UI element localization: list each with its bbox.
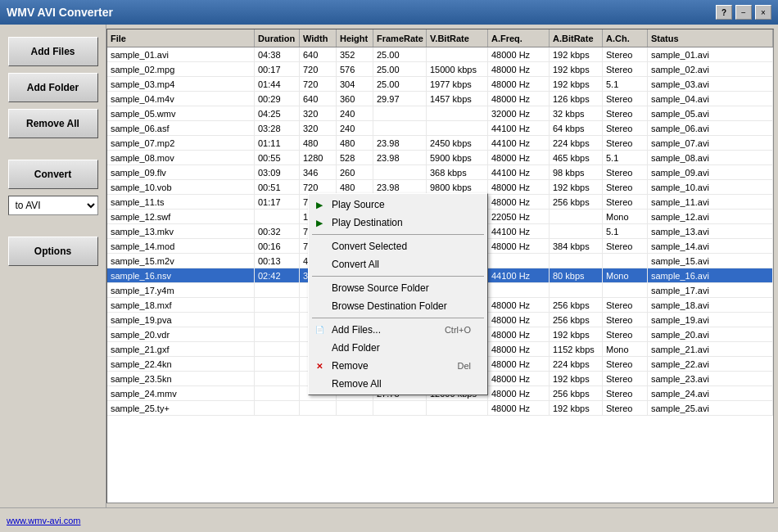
remove-all-button[interactable]: Remove All (8, 109, 98, 138)
website-link[interactable]: www.wmv-avi.com (7, 516, 80, 525)
menu-item-convert-all[interactable]: Convert All (309, 255, 487, 273)
menu-item-convert-selected[interactable]: Convert Selected (309, 237, 487, 255)
menu-item-play-destination[interactable]: ▶ Play Destination (309, 214, 487, 232)
file-list-container: File Duration Width Height FrameRate V.B… (106, 29, 774, 503)
table-row[interactable]: sample_07.mp201:1148048023.982450 kbps44… (107, 136, 773, 151)
cell-duration: 00:32 (255, 224, 300, 238)
cell-ach: 5.1 (603, 151, 648, 165)
cell-duration (255, 327, 300, 341)
cell-afreq: 44100 Hz (488, 224, 550, 238)
cell-ach: Stereo (603, 372, 648, 385)
cell-framerate: 29.97 (373, 92, 427, 106)
table-row[interactable]: sample_05.wmv04:2532024032000 Hz32 kbpsS… (107, 106, 773, 121)
cell-width: 720 (300, 180, 337, 194)
convert-button[interactable]: Convert (8, 160, 98, 189)
cell-ach: Stereo (603, 106, 648, 120)
col-header-vbitrate: V.BitRate (427, 29, 488, 47)
table-row[interactable]: sample_04.m4v00:2964036029.971457 kbps48… (107, 92, 773, 106)
table-header: File Duration Width Height FrameRate V.B… (107, 29, 773, 47)
menu-item-add-folder[interactable]: Add Folder (309, 339, 487, 357)
cell-file: sample_18.mxf (107, 298, 255, 312)
cell-framerate (373, 121, 427, 135)
cell-file: sample_03.mp4 (107, 77, 255, 91)
cell-ach: Stereo (603, 180, 648, 194)
add-folder-button[interactable]: Add Folder (8, 73, 98, 102)
cell-afreq: 48000 Hz (488, 313, 550, 327)
cell-afreq: 48000 Hz (488, 180, 550, 194)
cell-file: sample_14.mod (107, 239, 255, 253)
cell-width: 1280 (300, 151, 337, 165)
cell-ach: Mono (603, 342, 648, 356)
cell-file: sample_21.gxf (107, 342, 255, 356)
cell-duration: 02:42 (255, 268, 300, 282)
close-button[interactable]: × (755, 5, 771, 20)
menu-item-remove-label: Remove (332, 360, 369, 372)
cell-file: sample_01.avi (107, 47, 255, 61)
cell-afreq: 44100 Hz (488, 165, 550, 179)
cell-afreq: 48000 Hz (488, 195, 550, 209)
cell-duration: 01:11 (255, 136, 300, 150)
cell-framerate (373, 165, 427, 179)
cell-abitrate: 98 kbps (550, 165, 603, 179)
app-title: WMV AVI Converter (7, 6, 716, 19)
cell-afreq: 48000 Hz (488, 62, 550, 76)
cell-framerate: 23.98 (373, 180, 427, 194)
cell-duration: 00:17 (255, 62, 300, 76)
cell-afreq: 22050 Hz (488, 210, 550, 223)
help-button[interactable]: ? (716, 5, 732, 20)
cell-duration: 01:44 (255, 77, 300, 91)
cell-file: sample_25.ty+ (107, 401, 255, 415)
cell-file: sample_10.vob (107, 180, 255, 194)
cell-status: sample_23.avi (648, 372, 773, 385)
cell-file: sample_24.mmv (107, 386, 255, 400)
table-row[interactable]: sample_06.asf03:2832024044100 Hz64 kbpsS… (107, 121, 773, 136)
add-files-button[interactable]: Add Files (8, 37, 98, 66)
remove-icon: ✕ (314, 360, 325, 372)
menu-item-add-folder-label: Add Folder (332, 342, 380, 354)
options-button[interactable]: Options (8, 237, 98, 266)
cell-duration: 04:25 (255, 106, 300, 120)
cell-file: sample_20.vdr (107, 327, 255, 341)
table-row[interactable]: sample_02.mpg00:1772057625.0015000 kbps4… (107, 62, 773, 77)
cell-height: 260 (337, 165, 373, 179)
menu-item-add-files[interactable]: 📄 Add Files... Ctrl+O (309, 321, 487, 339)
table-row[interactable]: sample_03.mp401:4472030425.001977 kbps48… (107, 77, 773, 92)
table-row[interactable]: sample_25.ty+48000 Hz192 kbpsStereosampl… (107, 401, 773, 416)
menu-item-remove[interactable]: ✕ Remove Del (309, 357, 487, 375)
cell-width: 320 (300, 121, 337, 135)
cell-height: 240 (337, 106, 373, 120)
cell-duration (255, 298, 300, 312)
cell-file: sample_06.asf (107, 121, 255, 135)
menu-item-play-source[interactable]: ▶ Play Source (309, 196, 487, 214)
table-row[interactable]: sample_01.avi04:3864035225.0048000 Hz192… (107, 47, 773, 62)
cell-file: sample_07.mp2 (107, 136, 255, 150)
cell-file: sample_11.ts (107, 195, 255, 209)
cell-vbitrate: 1457 kbps (427, 92, 488, 106)
cell-status: sample_01.avi (648, 47, 773, 61)
menu-item-add-files-label: Add Files... (332, 324, 381, 336)
table-row[interactable]: sample_08.mov00:55128052823.985900 kbps4… (107, 151, 773, 165)
add-files-shortcut: Ctrl+O (445, 325, 471, 335)
format-select[interactable]: to AVI (8, 196, 98, 215)
cell-ach: Stereo (603, 357, 648, 371)
menu-item-browse-dest[interactable]: Browse Destination Folder (309, 297, 487, 315)
menu-item-remove-all[interactable]: Remove All (309, 375, 487, 393)
cell-abitrate (550, 283, 603, 297)
minimize-button[interactable]: − (735, 5, 752, 20)
cell-abitrate (550, 210, 603, 223)
context-menu: ▶ Play Source ▶ Play Destination Convert… (308, 193, 488, 395)
cell-afreq (488, 283, 550, 297)
table-row[interactable]: sample_09.flv03:09346260368 kbps44100 Hz… (107, 165, 773, 180)
cell-file: sample_16.nsv (107, 268, 255, 282)
menu-item-browse-source[interactable]: Browse Source Folder (309, 279, 487, 297)
cell-afreq: 48000 Hz (488, 151, 550, 165)
format-select-container: to AVI (8, 196, 98, 215)
cell-file: sample_04.m4v (107, 92, 255, 106)
cell-width: 720 (300, 62, 337, 76)
cell-height: 304 (337, 77, 373, 91)
cell-abitrate: 256 kbps (550, 313, 603, 327)
cell-height: 240 (337, 121, 373, 135)
cell-abitrate: 192 kbps (550, 62, 603, 76)
cell-height: 352 (337, 47, 373, 61)
menu-item-convert-selected-label: Convert Selected (332, 241, 407, 252)
